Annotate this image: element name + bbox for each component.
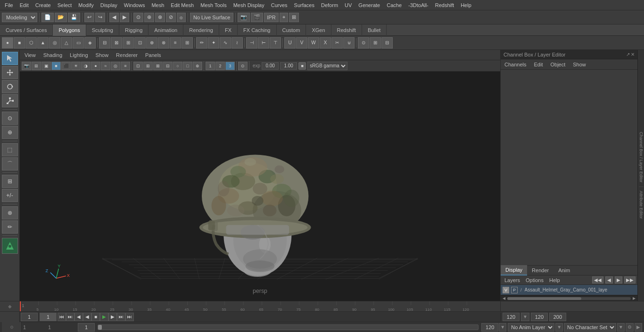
frame-range-slider[interactable] xyxy=(98,324,479,330)
menu-surfaces[interactable]: Surfaces xyxy=(291,1,317,9)
anim-layer-select[interactable]: No Anim Layer xyxy=(508,323,554,332)
vp-hud-btn[interactable]: ⊙ xyxy=(238,62,248,70)
play-fwd-btn[interactable]: ▶ xyxy=(100,313,108,321)
menu-windows[interactable]: Windows xyxy=(121,1,148,9)
view-menu[interactable]: View xyxy=(23,51,38,59)
renderer-menu[interactable]: Renderer xyxy=(114,51,140,59)
render-layer-tab[interactable]: Render xyxy=(527,265,553,275)
next-frame-btn[interactable]: ⏭ xyxy=(117,313,125,321)
workspace-btn[interactable]: ⊞ xyxy=(289,13,299,22)
pyramid-icon-btn[interactable]: ▲ xyxy=(37,37,49,49)
torus-icon-btn[interactable]: ◎ xyxy=(49,37,60,49)
select-mode-4[interactable]: ⊘ xyxy=(166,13,176,22)
tab-sculpting[interactable]: Sculpting xyxy=(86,24,119,36)
vp-flat-btn[interactable]: □ xyxy=(183,62,192,70)
vp-aa-btn[interactable]: ≈ xyxy=(101,62,110,70)
show-menu[interactable]: Show xyxy=(94,51,111,59)
panels-menu[interactable]: Panels xyxy=(143,51,163,59)
vp-xray-btn[interactable]: ⊠ xyxy=(153,62,163,70)
frame-end-display[interactable] xyxy=(481,323,498,332)
cam-btn[interactable]: 📷 xyxy=(22,62,31,70)
vp-frame-btn[interactable]: ⊞ xyxy=(143,62,153,70)
menu-help[interactable]: Help xyxy=(458,1,474,9)
mode-select[interactable]: Modeling xyxy=(2,13,37,22)
object-tab[interactable]: Object xyxy=(546,59,569,70)
menu-uv[interactable]: UV xyxy=(342,1,355,9)
crease-icon-btn[interactable]: ∿ xyxy=(220,37,231,49)
gamma-color-btn[interactable]: ■ xyxy=(298,62,306,70)
gamma-input[interactable] xyxy=(280,62,297,70)
vp-motion-btn[interactable]: ≡ xyxy=(121,62,130,70)
frame-end-input[interactable] xyxy=(531,313,548,321)
sculpt-icon-btn[interactable]: ✦ xyxy=(208,37,219,49)
show-tab[interactable]: Show xyxy=(569,59,590,70)
mirror-icon-btn[interactable]: ⊣ xyxy=(246,37,257,49)
paint-weight-btn[interactable]: ✏ xyxy=(2,220,18,234)
menu-deform[interactable]: Deform xyxy=(318,1,341,9)
menu-file[interactable]: File xyxy=(2,1,16,9)
layer-playback-btn[interactable]: P xyxy=(511,287,518,293)
vp-ao-btn[interactable]: ● xyxy=(91,62,100,70)
scale-tool-btn[interactable] xyxy=(2,94,18,107)
layer-scrollbar-thumb[interactable] xyxy=(507,297,581,300)
layer-prev-btn[interactable]: ◀◀ xyxy=(592,276,603,283)
anim-layer-options[interactable]: ▼ xyxy=(555,323,563,332)
merge-icon-btn[interactable]: ⊕ xyxy=(146,37,157,49)
snap-point-btn[interactable]: ⊕ xyxy=(2,126,18,139)
paint-icon-btn[interactable]: ✏ xyxy=(196,37,207,49)
live-surface-btn[interactable]: No Live Surface xyxy=(190,13,233,22)
subdiv-icon-btn[interactable]: ⊟ xyxy=(99,37,110,49)
viewport-canvas[interactable]: X Y Z persp xyxy=(20,72,500,301)
layer-scroll-left[interactable]: ◀ xyxy=(502,296,506,300)
step-fwd-btn[interactable]: ▶ xyxy=(108,313,117,321)
menu-curves[interactable]: Curves xyxy=(268,1,290,9)
render-btn[interactable]: 🎬 xyxy=(251,13,263,22)
lattice-icon-btn[interactable]: ⊢ xyxy=(258,37,269,49)
menu-edit-mesh[interactable]: Edit Mesh xyxy=(168,1,197,9)
first-frame-btn[interactable]: ⏮ xyxy=(58,313,66,321)
camera-btn[interactable]: 📷 xyxy=(238,13,250,22)
vp-res-med-btn[interactable]: 2 xyxy=(215,62,225,70)
range-options-btn[interactable]: ▼ xyxy=(499,323,506,332)
checker-icon-btn[interactable]: ⊟ xyxy=(381,37,393,49)
frame-total-input[interactable] xyxy=(549,313,566,321)
select-mode-5[interactable]: ⌾ xyxy=(177,13,186,22)
pivot-btn[interactable]: ⊗ xyxy=(2,206,18,219)
extrude-icon-btn[interactable]: ⊞ xyxy=(123,37,134,49)
plane-icon-btn[interactable]: ▭ xyxy=(73,37,84,49)
xform-btn[interactable]: ⊞ xyxy=(2,175,18,188)
menu-mesh-display[interactable]: Mesh Display xyxy=(231,1,267,9)
cut-icon-btn[interactable]: ✂ xyxy=(331,37,343,49)
menu-modify[interactable]: Modify xyxy=(75,1,96,9)
menu-select[interactable]: Select xyxy=(55,1,75,9)
select-tool-btn[interactable] xyxy=(2,52,18,65)
vp-grid-btn[interactable]: ⊞ xyxy=(32,62,41,70)
layer-scroll-right[interactable]: ▶ xyxy=(632,296,636,300)
menu-create[interactable]: Create xyxy=(33,1,54,9)
frame-current-input[interactable] xyxy=(40,313,57,321)
vp-backface-btn[interactable]: ⊟ xyxy=(163,62,173,70)
panel-float-btn[interactable]: ↗ xyxy=(626,52,630,57)
last-frame-btn[interactable]: ⏭ xyxy=(125,313,134,321)
frame-start-input[interactable] xyxy=(21,313,38,321)
menu-generate[interactable]: Generate xyxy=(355,1,383,9)
menu-cache[interactable]: Cache xyxy=(384,1,405,9)
tab-rigging[interactable]: Rigging xyxy=(119,24,149,36)
tab-fx-caching[interactable]: FX Caching xyxy=(238,24,276,36)
edit-tab[interactable]: Edit xyxy=(530,59,546,70)
tab-xgen[interactable]: XGen xyxy=(306,24,331,36)
step-back-btn[interactable]: ◀ xyxy=(74,313,83,321)
status-extra-btn1[interactable]: ⚙ xyxy=(626,323,634,332)
vp-res-low-btn[interactable]: 1 xyxy=(206,62,215,70)
soft-select-btn[interactable]: ⊙ xyxy=(2,112,18,125)
status-extra-btn2[interactable]: ▶ xyxy=(635,323,642,332)
layout-icon-btn[interactable]: V xyxy=(296,37,307,49)
stitch-icon-btn[interactable]: W xyxy=(308,37,319,49)
lasso-btn[interactable]: ⌒ xyxy=(2,157,18,170)
deform-icon-btn[interactable]: ⊤ xyxy=(270,37,281,49)
move-tool-btn[interactable] xyxy=(2,66,18,79)
play-back-btn[interactable]: ◀ xyxy=(83,313,91,321)
shading-menu[interactable]: Shading xyxy=(41,51,64,59)
layer-scrollbar-area[interactable]: ◀ ▶ xyxy=(501,295,637,301)
undo-btn[interactable]: ↩ xyxy=(84,13,94,22)
